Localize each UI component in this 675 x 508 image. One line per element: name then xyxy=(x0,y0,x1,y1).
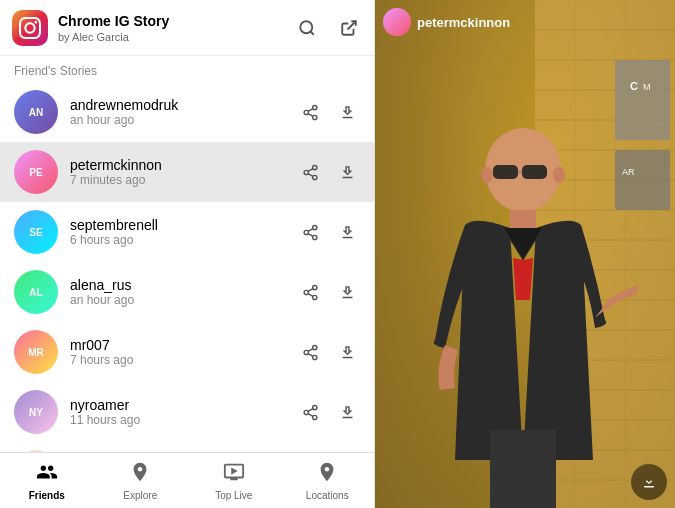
story-info-alena_rus: alena_rus an hour ago xyxy=(70,277,298,307)
video-download-button[interactable] xyxy=(631,464,667,500)
nav-item-locations[interactable]: Locations xyxy=(281,453,375,508)
external-link-button[interactable] xyxy=(336,15,362,41)
locations-icon xyxy=(316,461,338,488)
svg-line-25 xyxy=(308,353,313,356)
nav-label-explore: Explore xyxy=(123,490,157,501)
header-actions xyxy=(294,15,362,41)
instagram-icon xyxy=(19,17,41,39)
app-logo xyxy=(12,10,48,46)
svg-line-26 xyxy=(308,348,313,351)
share-button-petermckinnon[interactable] xyxy=(298,160,323,185)
share-icon xyxy=(302,224,319,241)
download-icon xyxy=(339,284,356,301)
svg-point-23 xyxy=(304,350,308,354)
video-background: C M AR xyxy=(375,0,675,508)
svg-point-0 xyxy=(300,21,312,33)
search-button[interactable] xyxy=(294,15,320,41)
svg-point-9 xyxy=(313,175,317,179)
svg-point-29 xyxy=(313,415,317,419)
svg-point-18 xyxy=(304,290,308,294)
svg-point-14 xyxy=(313,235,317,239)
svg-rect-66 xyxy=(615,150,670,210)
nav-label-toplive: Top Live xyxy=(215,490,252,501)
avatar-andrewnemodruk: AN xyxy=(14,90,58,134)
story-info-mr007: mr007 7 hours ago xyxy=(70,337,298,367)
share-icon xyxy=(302,164,319,181)
friends-icon xyxy=(36,461,58,488)
story-item-andrewnemodruk[interactable]: AN andrewnemodruk an hour ago xyxy=(0,82,374,142)
svg-line-20 xyxy=(308,293,313,296)
download-button-nyroamer[interactable] xyxy=(335,400,360,425)
story-name-mr007: mr007 xyxy=(70,337,298,353)
share-button-mr007[interactable] xyxy=(298,340,323,365)
story-item-alena_rus[interactable]: AL alena_rus an hour ago xyxy=(0,262,374,322)
app-title: Chrome IG Story xyxy=(58,12,294,30)
nav-item-explore[interactable]: Explore xyxy=(94,453,188,508)
svg-point-27 xyxy=(313,405,317,409)
svg-point-3 xyxy=(304,110,308,114)
download-icon xyxy=(339,404,356,421)
svg-line-11 xyxy=(308,168,313,171)
bottom-nav: Friends Explore Top Live xyxy=(0,452,374,508)
story-item-septembrenell[interactable]: SE septembrenell 6 hours ago xyxy=(0,202,374,262)
story-info-andrewnemodruk: andrewnemodruk an hour ago xyxy=(70,97,298,127)
share-button-septembrenell[interactable] xyxy=(298,220,323,245)
svg-point-2 xyxy=(313,105,317,109)
story-name-septembrenell: septembrenell xyxy=(70,217,298,233)
svg-point-19 xyxy=(313,295,317,299)
search-icon xyxy=(298,19,316,37)
app-header: Chrome IG Story by Alec Garcia xyxy=(0,0,374,56)
external-link-icon xyxy=(340,19,358,37)
svg-line-1 xyxy=(348,21,356,29)
svg-point-22 xyxy=(313,345,317,349)
svg-point-73 xyxy=(553,167,565,183)
download-icon xyxy=(641,474,657,490)
share-button-nyroamer[interactable] xyxy=(298,400,323,425)
section-label: Friend's Stories xyxy=(0,56,374,82)
nav-item-toplive[interactable]: Top Live xyxy=(187,453,281,508)
story-actions-nyroamer xyxy=(298,400,360,425)
header-text: Chrome IG Story by Alec Garcia xyxy=(58,12,294,42)
download-button-petermckinnon[interactable] xyxy=(335,160,360,185)
download-icon xyxy=(339,224,356,241)
svg-line-10 xyxy=(308,173,313,176)
svg-line-21 xyxy=(308,288,313,291)
story-info-septembrenell: septembrenell 6 hours ago xyxy=(70,217,298,247)
story-item-nyroamer[interactable]: NY nyroamer 11 hours ago xyxy=(0,382,374,442)
download-button-alena_rus[interactable] xyxy=(335,280,360,305)
toplive-icon xyxy=(223,461,245,488)
story-time-andrewnemodruk: an hour ago xyxy=(70,113,298,127)
story-time-alena_rus: an hour ago xyxy=(70,293,298,307)
avatar-alena_rus: AL xyxy=(14,270,58,314)
download-icon xyxy=(339,104,356,121)
svg-line-30 xyxy=(308,413,313,416)
avatar-nyroamer: NY xyxy=(14,390,58,434)
svg-line-16 xyxy=(308,228,313,231)
share-icon xyxy=(302,404,319,421)
story-time-nyroamer: 11 hours ago xyxy=(70,413,298,427)
download-button-andrewnemodruk[interactable] xyxy=(335,100,360,125)
share-icon xyxy=(302,104,319,121)
svg-rect-74 xyxy=(510,210,536,230)
svg-text:AR: AR xyxy=(622,167,635,177)
story-time-mr007: 7 hours ago xyxy=(70,353,298,367)
svg-point-17 xyxy=(313,285,317,289)
video-panel: C M AR xyxy=(375,0,675,508)
download-button-mr007[interactable] xyxy=(335,340,360,365)
svg-rect-70 xyxy=(522,165,547,179)
story-item-mr007[interactable]: MR mr007 7 hours ago xyxy=(0,322,374,382)
svg-point-24 xyxy=(313,355,317,359)
story-name-petermckinnon: petermckinnon xyxy=(70,157,298,173)
svg-point-7 xyxy=(313,165,317,169)
avatar-mr007: MR xyxy=(14,330,58,374)
video-user-avatar xyxy=(383,8,411,36)
story-item-calsnape[interactable]: CA calsnape 12 hours ago xyxy=(0,442,374,452)
story-actions-alena_rus xyxy=(298,280,360,305)
download-button-septembrenell[interactable] xyxy=(335,220,360,245)
svg-line-5 xyxy=(308,113,313,116)
nav-item-friends[interactable]: Friends xyxy=(0,453,94,508)
share-button-alena_rus[interactable] xyxy=(298,280,323,305)
share-button-andrewnemodruk[interactable] xyxy=(298,100,323,125)
svg-point-4 xyxy=(313,115,317,119)
story-item-petermckinnon[interactable]: PE petermckinnon 7 minutes ago xyxy=(0,142,374,202)
